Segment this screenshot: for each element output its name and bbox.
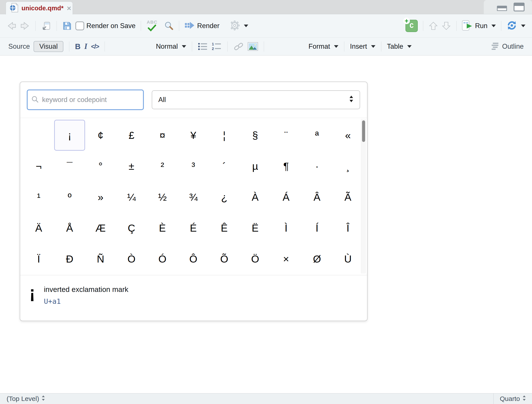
- render-on-save-control[interactable]: Render on Save: [76, 21, 135, 30]
- symbol-preview: ¡ inverted exclamation mark U+a1: [20, 275, 367, 321]
- symbol-cell[interactable]: ¯: [54, 151, 85, 182]
- symbol-cell[interactable]: °: [85, 151, 116, 182]
- symbol-cell[interactable]: Ä: [23, 213, 54, 243]
- symbol-cell[interactable]: Í: [302, 213, 332, 243]
- maximize-pane-icon[interactable]: [513, 3, 525, 11]
- symbol-cell[interactable]: Ò: [116, 243, 147, 274]
- symbol-cell[interactable]: Õ: [209, 243, 240, 274]
- symbol-cell[interactable]: §: [240, 120, 271, 151]
- format-menu[interactable]: Format: [309, 43, 338, 50]
- symbol-cell[interactable]: ¸: [332, 151, 363, 182]
- symbol-cell[interactable]: À: [240, 182, 271, 213]
- search-document-icon[interactable]: [164, 21, 174, 31]
- symbol-cell[interactable]: É: [178, 213, 209, 243]
- symbol-cell[interactable]: ½: [147, 182, 178, 213]
- symbol-cell[interactable]: Ö: [240, 243, 271, 274]
- symbol-cell[interactable]: ¼: [116, 182, 147, 213]
- italic-button[interactable]: I: [84, 42, 87, 51]
- visual-mode-button[interactable]: Visual: [34, 41, 63, 52]
- symbol-cell[interactable]: ¤: [147, 120, 178, 151]
- bullet-list-icon[interactable]: [198, 42, 208, 51]
- symbol-cell[interactable]: Ð: [54, 243, 85, 274]
- render-settings-button[interactable]: [229, 20, 248, 32]
- symbol-cell[interactable]: ¿: [209, 182, 240, 213]
- symbol-cell[interactable]: ±: [116, 151, 147, 182]
- render-button[interactable]: Render: [184, 21, 220, 31]
- table-menu[interactable]: Table: [387, 43, 412, 50]
- insert-menu[interactable]: Insert: [350, 43, 375, 50]
- symbol-cell[interactable]: Ó: [147, 243, 178, 274]
- paragraph-style-dropdown[interactable]: Normal: [156, 43, 186, 50]
- outline-toggle[interactable]: Outline: [491, 42, 524, 51]
- symbol-grid-area: ¡¢£¤¥¦§¨ª«¬¯°±²³´µ¶·¸¹º»¼½¾¿ÀÁÂÃÄÅÆÇÈÉÊË…: [20, 118, 367, 275]
- symbol-cell[interactable]: ¬: [23, 151, 54, 182]
- symbol-cell[interactable]: ²: [147, 151, 178, 182]
- symbol-cell[interactable]: ¥: [178, 120, 209, 151]
- editor-canvas[interactable]: All ¡¢£¤¥¦§¨ª«¬¯°±²³´µ¶·¸¹º»¼½¾¿ÀÁÂÃÄÅÆÇ…: [0, 56, 532, 393]
- symbol-category-select[interactable]: All: [152, 90, 360, 109]
- run-button[interactable]: Run: [462, 20, 496, 32]
- symbol-cell[interactable]: «: [332, 120, 363, 151]
- symbol-cell[interactable]: ×: [271, 243, 302, 274]
- symbol-cell[interactable]: ¶: [271, 151, 302, 182]
- symbol-cell[interactable]: ¦: [209, 120, 240, 151]
- link-icon[interactable]: [233, 41, 244, 51]
- open-in-new-window-icon[interactable]: [41, 21, 51, 31]
- symbol-cell[interactable]: ª: [302, 120, 332, 151]
- editor-tab[interactable]: unicode.qmd* ×: [6, 1, 73, 14]
- rerun-button[interactable]: [507, 20, 526, 32]
- symbol-search-input[interactable]: [42, 96, 139, 104]
- render-on-save-label: Render on Save: [86, 22, 135, 30]
- previous-chunk-icon[interactable]: [429, 21, 438, 31]
- symbol-cell[interactable]: »: [85, 182, 116, 213]
- symbol-cell[interactable]: ·: [302, 151, 332, 182]
- numbered-list-icon[interactable]: 1 2: [212, 42, 222, 51]
- symbol-cell[interactable]: º: [54, 182, 85, 213]
- symbol-cell[interactable]: ¾: [178, 182, 209, 213]
- grid-scrollbar-thumb[interactable]: [362, 120, 365, 142]
- save-icon[interactable]: [62, 21, 72, 31]
- symbol-search-field[interactable]: [27, 89, 144, 110]
- forward-arrow-icon[interactable]: [20, 21, 30, 31]
- outline-scope-selector[interactable]: (Top Level): [0, 395, 494, 403]
- symbol-cell[interactable]: ¢: [85, 120, 116, 151]
- symbol-cell[interactable]: Ô: [178, 243, 209, 274]
- symbol-cell[interactable]: Â: [302, 182, 332, 213]
- insert-code-chunk-icon[interactable]: C+: [405, 20, 418, 32]
- symbol-cell[interactable]: Ë: [240, 213, 271, 243]
- symbol-cell[interactable]: Ê: [209, 213, 240, 243]
- symbol-cell[interactable]: È: [147, 213, 178, 243]
- next-chunk-icon[interactable]: [441, 21, 451, 31]
- symbol-cell[interactable]: Î: [332, 213, 363, 243]
- dropdown-caret-icon: [491, 25, 496, 27]
- symbol-cell[interactable]: ¹: [23, 182, 54, 213]
- symbol-cell[interactable]: Ù: [332, 243, 363, 274]
- close-tab-icon[interactable]: ×: [67, 4, 71, 12]
- minimize-pane-icon[interactable]: [497, 6, 507, 11]
- symbol-cell[interactable]: Ì: [271, 213, 302, 243]
- symbol-cell[interactable]: Ñ: [85, 243, 116, 274]
- symbol-cell[interactable]: Ï: [23, 243, 54, 274]
- symbol-cell[interactable]: £: [116, 120, 147, 151]
- symbol-cell[interactable]: µ: [240, 151, 271, 182]
- render-on-save-checkbox[interactable]: [76, 21, 84, 30]
- symbol-cell[interactable]: Å: [54, 213, 85, 243]
- symbol-cell[interactable]: [23, 120, 54, 151]
- symbol-cell[interactable]: ¡: [54, 120, 85, 151]
- grid-scrollbar[interactable]: [361, 119, 366, 273]
- symbol-cell[interactable]: Ø: [302, 243, 332, 274]
- document-format-selector[interactable]: Quarto: [494, 393, 532, 404]
- spellcheck-icon[interactable]: ABC: [146, 19, 160, 32]
- symbol-cell[interactable]: Ã: [332, 182, 363, 213]
- symbol-cell[interactable]: Æ: [85, 213, 116, 243]
- symbol-cell[interactable]: Á: [271, 182, 302, 213]
- bold-button[interactable]: B: [75, 42, 81, 51]
- symbol-cell[interactable]: ³: [178, 151, 209, 182]
- symbol-cell[interactable]: ¨: [271, 120, 302, 151]
- symbol-cell[interactable]: Ç: [116, 213, 147, 243]
- source-mode-button[interactable]: Source: [8, 43, 30, 50]
- image-icon[interactable]: [247, 42, 258, 51]
- code-button[interactable]: </>: [91, 43, 99, 50]
- symbol-cell[interactable]: ´: [209, 151, 240, 182]
- back-arrow-icon[interactable]: [6, 21, 17, 31]
